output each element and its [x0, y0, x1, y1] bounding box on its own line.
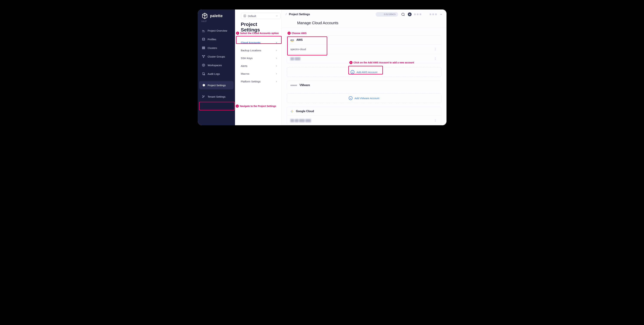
provider-header-vmware[interactable]: vmware VMware — [287, 81, 441, 90]
chevron-down-icon[interactable] — [440, 13, 442, 16]
chevron-right-icon — [275, 49, 278, 52]
kebab-icon[interactable]: ⋮ — [433, 118, 438, 123]
subnav-item-label: Backup Locations — [241, 49, 261, 52]
subnav-item-label: Platform Settings — [241, 80, 260, 83]
sidebar-item-cluster-groups[interactable]: Cluster Groups — [199, 52, 234, 61]
chat-icon[interactable] — [400, 12, 405, 17]
sidebar-item-label: Clusters — [208, 46, 217, 50]
breadcrumb: Project Settings — [289, 13, 310, 16]
sidebar-item-tenant-settings[interactable]: Tenant Settings — [199, 92, 234, 101]
subnav-item-platform-settings[interactable]: Platform Settings — [235, 78, 282, 85]
sidebar-item-label: Profiles — [208, 38, 216, 41]
chevron-right-icon — [275, 72, 278, 75]
settings-subnav: Default Project Settings Cloud Accounts … — [235, 10, 282, 125]
workspaces-icon — [202, 64, 205, 67]
provider-name: VMware — [300, 84, 310, 87]
subnav-item-ssh-keys[interactable]: SSH Keys — [235, 54, 282, 62]
sidebar-item-workspaces[interactable]: Workspaces — [199, 61, 234, 69]
provider-header-gcp[interactable]: Google Cloud — [287, 107, 441, 116]
sidebar-item-label: Tenant Settings — [208, 95, 226, 98]
svg-point-6 — [203, 57, 204, 58]
chevron-down-icon — [276, 15, 278, 17]
aws-icon: aws — [290, 39, 294, 41]
svg-rect-1 — [202, 47, 205, 47]
subnav-item-cloud-accounts[interactable]: Cloud Accounts — [235, 39, 282, 46]
account-row[interactable]: ██ ██ ███ ███ ⋮ — [287, 116, 441, 125]
content: aws AWS spectro-cloud ⋮ ██ ███ ⋮ + Add A… — [282, 30, 446, 125]
sidebar-item-audit-logs[interactable]: Audit Logs — [199, 70, 234, 78]
sidebar-item-profiles[interactable]: Profiles — [199, 35, 234, 43]
brand-name: palette — [210, 14, 223, 18]
add-button-label: Add VMware Account — [354, 97, 379, 100]
account-row[interactable]: spectro-cloud ⋮ — [287, 44, 441, 54]
sidebar-item-clusters[interactable]: Clusters — [199, 44, 234, 52]
provider-name: AWS — [296, 38, 302, 42]
chevron-right-icon — [275, 57, 278, 60]
sidebar: palette 3.3.27 Project Overview Profiles… — [198, 10, 235, 125]
provider-block-vmware: vmware VMware — [287, 81, 441, 90]
kebab-icon[interactable]: ⋮ — [433, 47, 438, 51]
account-name: spectro-cloud — [290, 48, 306, 50]
subnav-item-label: Alerts — [241, 64, 248, 68]
bar-chart-icon — [244, 14, 246, 17]
subnav-item-backup-locations[interactable]: Backup Locations — [235, 46, 282, 54]
chevron-right-icon — [275, 65, 278, 67]
brand-logo-icon — [202, 12, 208, 19]
brand: palette — [198, 12, 235, 20]
svg-point-7 — [202, 64, 205, 66]
svg-point-0 — [202, 38, 204, 39]
sidebar-nav: Project Overview Profiles Clusters Clust… — [198, 26, 235, 101]
sidebar-item-project-overview[interactable]: Project Overview — [199, 26, 234, 35]
project-selector[interactable]: Default — [241, 12, 280, 19]
add-vmware-account-button[interactable]: + Add VMware Account — [287, 93, 441, 103]
project-selector-value: Default — [248, 14, 256, 18]
sidebar-item-project-settings[interactable]: Project Settings — [199, 81, 234, 89]
cluster-groups-icon — [202, 55, 205, 58]
subnav-item-alerts[interactable]: Alerts — [235, 62, 282, 70]
account-row[interactable]: ██ ███ ⋮ — [287, 54, 441, 63]
provider-block-gcp: Google Cloud ██ ██ ███ ███ ⋮ — [287, 107, 441, 125]
subnav-item-label: Macros — [241, 72, 249, 75]
plus-circle-icon: + — [349, 96, 352, 100]
sidebar-item-label: Workspaces — [208, 64, 222, 67]
svg-point-8 — [203, 64, 204, 66]
topbar-placeholder-icons — [430, 14, 437, 15]
account-name-redacted: ██ ██ ███ ███ — [290, 119, 311, 122]
gear-icon — [202, 84, 205, 87]
subnav-list: Cloud Accounts Backup Locations SSH Keys… — [235, 37, 282, 88]
chevron-right-icon — [275, 80, 278, 83]
page-title: Manage Cloud Accounts — [282, 18, 446, 28]
add-button-label: Add AWS Account — [356, 71, 378, 74]
star-badge-icon[interactable]: ★ — [408, 12, 412, 16]
app-viewport: palette 3.3.27 Project Overview Profiles… — [198, 10, 446, 125]
subnav-item-label: SSH Keys — [241, 57, 252, 60]
brand-version: 3.3.27 — [198, 20, 235, 26]
sidebar-item-label: Project Overview — [208, 29, 227, 32]
layers-icon — [202, 38, 205, 41]
sidebar-item-label: Audit Logs — [208, 72, 220, 75]
subnav-item-macros[interactable]: Macros — [235, 70, 282, 78]
account-name-redacted: ██ ███ — [290, 57, 300, 60]
svg-rect-3 — [202, 48, 205, 49]
gcp-icon — [290, 110, 294, 113]
kebab-icon[interactable]: ⋮ — [433, 56, 438, 61]
provider-name: Google Cloud — [296, 110, 314, 113]
provider-block-aws: aws AWS spectro-cloud ⋮ ██ ███ ⋮ — [287, 36, 441, 64]
main: / Project Settings 0.01/100kCh ★ Manage … — [282, 10, 446, 125]
chevron-right-icon — [275, 42, 278, 44]
svg-rect-9 — [202, 72, 204, 75]
sidebar-item-label: Project Settings — [208, 84, 226, 87]
subnav-item-label: Cloud Accounts — [241, 41, 260, 44]
usage-indicator: 0.01/100kCh — [376, 12, 398, 16]
svg-rect-2 — [202, 48, 205, 48]
tools-icon — [202, 95, 205, 98]
clusters-icon — [202, 46, 205, 50]
topbar-placeholder-icons — [414, 14, 421, 15]
audit-icon — [202, 72, 205, 76]
provider-header-aws[interactable]: aws AWS — [287, 36, 441, 44]
add-aws-account-button[interactable]: + Add AWS Account — [287, 67, 441, 77]
sidebar-item-label: Cluster Groups — [208, 55, 225, 58]
plus-circle-icon: + — [350, 70, 354, 74]
breadcrumb-separator: / — [286, 13, 286, 16]
vmware-icon: vmware — [290, 84, 297, 86]
